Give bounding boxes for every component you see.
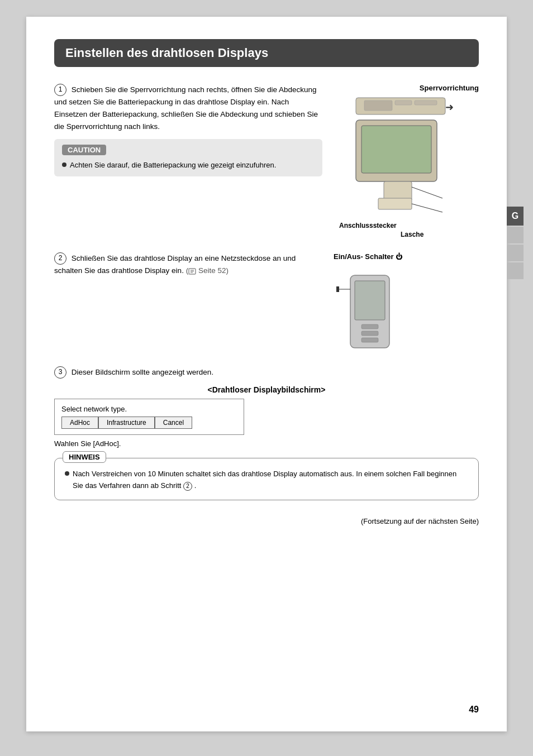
step1-device-svg: ➜ xyxy=(334,95,468,218)
step1-number: 1 xyxy=(54,84,66,96)
svg-rect-17 xyxy=(361,324,378,329)
step2-page-ref: ( Seite 52) xyxy=(186,266,229,275)
svg-text:➜: ➜ xyxy=(445,102,454,113)
wahlen-text: Wahlen Sie [AdHoc]. xyxy=(54,439,479,448)
svg-rect-18 xyxy=(361,331,378,336)
sidebar-tab-g: G xyxy=(507,207,524,226)
svg-rect-2 xyxy=(395,101,412,105)
page-icon xyxy=(188,268,196,275)
sidebar-tab-gray1 xyxy=(507,227,524,243)
hinweis-label: HINWEIS xyxy=(63,451,106,463)
svg-line-8 xyxy=(412,187,442,198)
step1-text: 1 Schieben Sie die Sperrvorrichtung nach… xyxy=(54,84,322,132)
network-buttons: AdHoc Infrastructure Cancel xyxy=(61,417,237,429)
network-prompt: Select network type. xyxy=(61,405,237,413)
sperrvorrichtung-label: Sperrvorrichtung xyxy=(334,84,479,92)
svg-rect-1 xyxy=(364,101,392,111)
step2-diagram: Ein/Aus- Schalter ⏻ xyxy=(334,252,479,355)
svg-rect-9 xyxy=(378,198,412,209)
sidebar-tab-gray2 xyxy=(507,245,524,261)
ein-aus-label: Ein/Aus- Schalter ⏻ xyxy=(334,252,479,261)
adhoc-button[interactable]: AdHoc xyxy=(61,417,98,429)
step3-number: 3 xyxy=(54,366,66,379)
lasche-label: Lasche xyxy=(401,231,479,238)
step2-text: 2 Schließen Sie das drahtlose Display an… xyxy=(54,252,322,277)
caution-text: Achten Sie darauf, die Batteriepackung w… xyxy=(62,160,315,171)
step2-left: 2 Schließen Sie das drahtlose Display an… xyxy=(54,252,322,284)
bullet-icon xyxy=(62,162,66,167)
network-box: Select network type. AdHoc Infrastructur… xyxy=(54,399,244,435)
hinweis-box: HINWEIS Nach Verstreichen von 10 Minuten… xyxy=(54,458,479,500)
step2-row: 2 Schließen Sie das drahtlose Display an… xyxy=(54,252,479,355)
svg-rect-16 xyxy=(355,281,385,320)
anschlussstecker-label: Anschlussstecker xyxy=(339,222,397,229)
footer-continuation: (Fortsetzung auf der nächsten Seite) xyxy=(54,517,479,525)
caution-label: CAUTION xyxy=(62,145,106,155)
page-title: Einstellen des drahtlosen Displays xyxy=(65,46,468,60)
drahtloser-title: <Drahtloser Displaybildschirm> xyxy=(54,385,479,394)
svg-rect-19 xyxy=(361,338,378,342)
step3-section: 3 Dieser Bildschirm sollte angezeigt wer… xyxy=(54,366,479,448)
title-bar: Einstellen des drahtlosen Displays xyxy=(54,39,479,67)
step1-row: 1 Schieben Sie die Sperrvorrichtung nach… xyxy=(54,84,479,238)
step1-left: 1 Schieben Sie die Sperrvorrichtung nach… xyxy=(54,84,322,238)
svg-line-10 xyxy=(412,204,442,212)
caution-box: CAUTION Achten Sie darauf, die Batteriep… xyxy=(54,139,322,176)
infrastructure-button[interactable]: Infrastructure xyxy=(98,417,155,429)
hinweis-text: Nach Verstreichen von 10 Minuten schalte… xyxy=(65,466,468,492)
page-number: 49 xyxy=(469,705,479,715)
svg-rect-21 xyxy=(336,286,339,292)
sidebar-tab-gray3 xyxy=(507,262,524,279)
step3-text: 3 Dieser Bildschirm sollte angezeigt wer… xyxy=(54,366,479,379)
step-ref-circle: 2 xyxy=(183,482,192,491)
step1-diagram: Sperrvorrichtung ➜ xyxy=(334,84,479,238)
hinweis-bullet-icon xyxy=(65,471,69,476)
step2-number: 2 xyxy=(54,252,66,265)
svg-rect-6 xyxy=(361,126,431,173)
step2-device-svg xyxy=(334,264,406,353)
svg-rect-3 xyxy=(415,101,437,105)
cancel-button[interactable]: Cancel xyxy=(155,417,192,429)
